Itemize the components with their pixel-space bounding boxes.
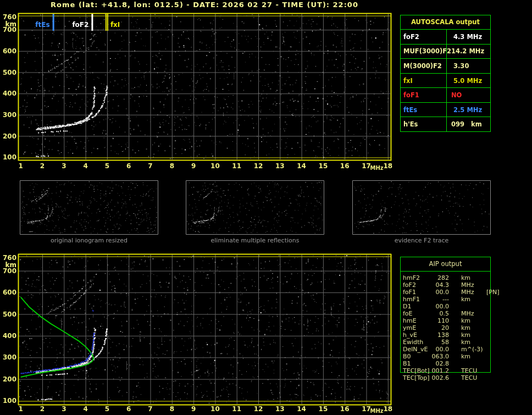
aip-row-DelN_vE: DelN_vE00.0m^(-3) <box>400 346 527 353</box>
aip-label: DelN_vE <box>400 346 431 353</box>
table-row-MUF3000F2: MUF(3000)F2 14.2 MHz <box>401 45 490 59</box>
table-row-ftEs: ftEs 2.5 MHz <box>401 103 490 118</box>
aip-output-table: hmF2282km foF204.3MHz foF100.0MHz[PN] hm… <box>400 274 527 381</box>
thumb-caption-evidence: evidence F2 trace <box>352 237 491 244</box>
aip-row-B0: B0063.0km <box>400 353 527 360</box>
row-label: foF1 <box>401 88 447 102</box>
aip-row-foF2: foF204.3MHz <box>400 281 527 289</box>
aip-row-foE: foE0.5MHz <box>400 310 527 317</box>
aip-row-foF1: foF100.0MHz[PN] <box>400 289 527 296</box>
table-row-hEs: h'Es 099 km <box>401 117 490 131</box>
aip-unit <box>461 360 485 367</box>
aip-value: 0.5 <box>431 310 449 317</box>
row-value: 2.5 MHz <box>447 106 490 114</box>
row-value: NO <box>447 91 490 99</box>
aip-value: 110 <box>431 317 449 324</box>
aip-unit: MHz <box>461 289 485 296</box>
aip-label: Ewidth <box>400 339 431 346</box>
aip-row-TEC-Top: TEC[Top]002.6TECU <box>400 374 527 381</box>
aip-label: hmF2 <box>400 274 431 281</box>
aip-label: hmE <box>400 317 431 324</box>
aip-unit: MHz <box>461 310 485 317</box>
row-label: h'Es <box>401 117 447 131</box>
aip-value: 02.8 <box>431 360 449 367</box>
row-label: M(3000)F2 <box>401 59 447 73</box>
aip-unit: km <box>461 339 485 346</box>
aip-unit: km <box>461 324 485 331</box>
row-label: foF2 <box>401 30 447 44</box>
aip-unit: km <box>461 317 485 324</box>
table-row-foF2: foF2 4.3 MHz <box>401 30 490 45</box>
table-row-fxI: fxI 5.0 MHz <box>401 74 490 88</box>
table-row-M3000F2: M(3000)F2 3.30 <box>401 59 490 74</box>
row-value: 4.3 MHz <box>447 33 490 41</box>
aip-unit: km <box>461 331 485 339</box>
row-value: 14.2 MHz <box>447 47 490 55</box>
aip-label: foE <box>400 310 431 317</box>
aip-label: foF1 <box>400 289 431 296</box>
aip-value: 063.0 <box>431 353 449 360</box>
row-value: 099 km <box>447 120 490 128</box>
aip-label: h_vE <box>400 331 431 339</box>
aip-label: TEC[Bot] <box>400 367 431 374</box>
aip-value: 138 <box>431 331 449 339</box>
table-row-foF1: foF1 NO <box>401 88 490 103</box>
aip-value: 20 <box>431 324 449 331</box>
thumb-caption-original: original ionogram resized <box>20 237 158 244</box>
aip-value: 001.2 <box>431 367 449 374</box>
aip-value: 04.3 <box>431 281 449 289</box>
row-value: 5.0 MHz <box>447 77 490 85</box>
page-title: Rome (lat: +41.8, lon: 012.5) - DATE: 20… <box>18 1 391 9</box>
aip-label: TEC[Top] <box>400 374 431 381</box>
aip-row-h_vE: h_vE138km <box>400 331 527 339</box>
aip-row-D1: D100.0 <box>400 303 527 310</box>
aip-label: ymE <box>400 324 431 331</box>
aip-value: 00.0 <box>431 289 449 296</box>
aip-unit: MHz <box>461 281 485 289</box>
autoscala-table-title: AUTOSCALA output <box>401 15 490 30</box>
autoscala-output-table: AUTOSCALA output foF2 4.3 MHz MUF(3000)F… <box>400 15 491 132</box>
aip-label: foF2 <box>400 281 431 289</box>
aip-row-Ewidth: Ewidth58km <box>400 339 527 346</box>
aip-unit: km <box>461 274 485 281</box>
aip-row-B1: B102.8 <box>400 360 527 367</box>
aip-unit: TECU <box>461 367 485 374</box>
aip-value: --- <box>431 296 449 303</box>
aip-label: D1 <box>400 303 431 310</box>
row-label: fxI <box>401 74 447 88</box>
aip-row-TEC-Bot: TEC[Bot]001.2TECU <box>400 367 527 374</box>
aip-value: 002.6 <box>431 374 449 381</box>
aip-row-hmE: hmE110km <box>400 317 527 324</box>
aip-value: 282 <box>431 274 449 281</box>
aip-unit: m^(-3) <box>461 346 485 353</box>
aip-unit: TECU <box>461 374 485 381</box>
aip-value: 58 <box>431 339 449 346</box>
row-label: MUF(3000)F2 <box>401 45 447 59</box>
aip-table-title: AIP output <box>401 257 490 272</box>
aip-row-hmF1: hmF1---km <box>400 296 527 303</box>
row-value: 3.30 <box>447 62 490 70</box>
aip-value: 00.0 <box>431 346 449 353</box>
aip-note: [PN] <box>486 289 499 296</box>
aip-label: B0 <box>400 353 431 360</box>
row-label: ftEs <box>401 103 447 117</box>
autoscala-output-screen: Rome (lat: +41.8, lon: 012.5) - DATE: 20… <box>0 0 532 415</box>
aip-row-hmF2: hmF2282km <box>400 274 527 281</box>
aip-value: 00.0 <box>431 303 449 310</box>
aip-unit: km <box>461 296 485 303</box>
aip-unit <box>461 303 485 310</box>
aip-row-ymE: ymE20km <box>400 324 527 331</box>
aip-label: B1 <box>400 360 431 367</box>
aip-unit: km <box>461 353 485 360</box>
aip-label: hmF1 <box>400 296 431 303</box>
thumb-caption-eliminate: eliminate multiple reflections <box>186 237 324 244</box>
